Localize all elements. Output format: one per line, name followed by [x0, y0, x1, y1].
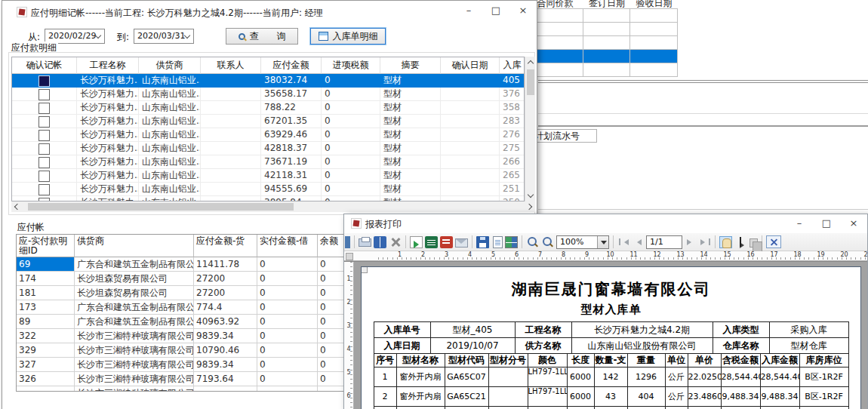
horizontal-scrollbar[interactable] [11, 201, 535, 212]
column-header[interactable]: 进项税额 [322, 57, 380, 74]
table-row[interactable]: 174长沙坦森贸易有限公司2720000 [17, 272, 384, 286]
table-row[interactable] [527, 22, 678, 35]
contract-column-header: 签订日期 [583, 0, 630, 8]
table-row[interactable]: 长沙万科魅力...山东南山铝业...73671.190型材266 [12, 155, 524, 169]
zoom-out-icon[interactable] [541, 236, 554, 248]
maximize-button[interactable]: □ [813, 214, 840, 232]
vertical-scrollbar[interactable] [525, 57, 535, 201]
table-row[interactable]: 173广东合和建筑五金制品有限公司774.400 [17, 300, 384, 315]
next-page-button[interactable] [685, 236, 697, 248]
print-icon[interactable] [359, 238, 371, 247]
scrollbar-thumb[interactable] [527, 69, 534, 95]
scrollbar-thumb[interactable] [28, 203, 294, 211]
table-row[interactable]: 长沙万科魅力...山东南山铝业...67201.350型材283 [12, 115, 524, 128]
plan-serial-field[interactable]: 计划流水号 [532, 129, 597, 143]
table-row[interactable]: 长沙万科魅力...山东南山铝业...788.220型材358 [12, 101, 524, 115]
column-header[interactable]: 摘要 [380, 57, 441, 74]
table-row[interactable]: 长沙万科魅力...山东南山铝业...63929.460型材276 [12, 128, 524, 142]
column-header[interactable]: 供货商 [139, 57, 201, 74]
page-setup-icon[interactable] [345, 236, 350, 248]
print-preview-area[interactable]: 123456 湖南巨晟门窗幕墙有限公司 型材入库单 入库单号型材_405工程名称… [344, 261, 867, 409]
cell: 山东南山铝业... [139, 196, 201, 201]
table-row-selected[interactable] [527, 49, 678, 63]
first-page-button[interactable] [617, 236, 629, 248]
scroll-down-icon[interactable] [528, 192, 534, 198]
cell: 42118.31 [261, 169, 322, 183]
column-header[interactable]: 入库 [500, 57, 525, 74]
column-header[interactable]: 应付金额 [261, 57, 322, 74]
column-header[interactable]: 应-实付款明细ID [17, 235, 75, 257]
column-header[interactable]: 联系人 [201, 57, 261, 74]
chevron-down-icon[interactable] [597, 236, 608, 248]
export-icon[interactable] [410, 236, 423, 248]
column-header[interactable]: 确认记帐 [12, 57, 77, 74]
table-row[interactable]: 长沙万科魅力...山东南山铝业...94555.690型材251 [12, 183, 524, 196]
text-select-icon[interactable] [734, 236, 747, 248]
cell: 405 [500, 74, 525, 88]
table-row[interactable]: 322长沙市三湘特种玻璃有限公司9839.3400 [17, 329, 384, 343]
table-row-selected[interactable]: 长沙万科魅力...山东南山铝业...38032.740型材405 [12, 74, 524, 88]
minimize-button[interactable]: – [786, 214, 813, 232]
settings-icon[interactable] [389, 236, 402, 248]
page-number-input[interactable]: 1/1 [646, 235, 682, 249]
table-row[interactable]: 长沙万科魅力...山东南山铝业...35658.170型材376 [12, 88, 524, 101]
book-icon[interactable] [374, 236, 386, 248]
table-row[interactable] [527, 35, 678, 49]
column-header[interactable]: 实付金额-借 [257, 235, 318, 257]
cell: 89 [17, 315, 75, 329]
scroll-right-icon[interactable] [526, 204, 532, 210]
copy-icon[interactable] [749, 238, 758, 248]
save-icon[interactable] [476, 236, 489, 248]
cell: 型材 [380, 101, 441, 115]
last-page-button[interactable] [699, 236, 711, 248]
cell [201, 128, 261, 142]
column-header[interactable]: 工程名称 [77, 57, 139, 74]
minimize-button[interactable]: – [455, 1, 482, 20]
close-button[interactable]: × [509, 1, 537, 20]
cell [17, 386, 75, 392]
mail-icon[interactable] [455, 238, 468, 248]
table-row-selected[interactable]: 69广东合和建筑五金制品有限公司11411.7800 [17, 257, 384, 272]
column-header[interactable]: 确认日期 [441, 57, 500, 74]
excel-icon[interactable] [425, 236, 438, 248]
desktop: { "colors": { "selection": "#0078d7", "a… [0, 0, 868, 409]
cell: 2 [374, 387, 397, 407]
close-button[interactable]: × [840, 214, 867, 232]
scroll-left-icon[interactable] [14, 204, 20, 210]
zoom-level-combo[interactable]: 100% [556, 235, 609, 249]
ruler-number: 4 [344, 337, 353, 361]
pdf-icon[interactable] [440, 236, 453, 248]
ruler-number: 1 [344, 267, 353, 291]
table-row[interactable]: 长沙万科魅力...山东南山铝业...3895.840型材250 [12, 196, 524, 201]
cell: 型材 [380, 115, 441, 128]
table-row[interactable]: 181长沙坦森贸易有限公司2720000 [17, 286, 384, 300]
table-row[interactable]: 327长沙市三湘特种玻璃有限公司9839.3400 [17, 358, 384, 372]
table-row[interactable] [527, 63, 678, 76]
column-header[interactable]: 供货商 [75, 235, 194, 257]
cell: 0 [322, 196, 380, 201]
inbound-detail-button[interactable]: 入库单明细 [310, 28, 386, 45]
info-cell: 供方名称 [516, 338, 572, 354]
table-row[interactable]: 329长沙市三湘特种玻璃有限公司10790.4600 [17, 343, 384, 358]
prev-page-button[interactable] [632, 236, 644, 248]
column-header[interactable]: 应付金额-货 [194, 235, 257, 257]
table-row[interactable] [527, 8, 678, 22]
ruler-number: 3 [344, 314, 353, 337]
layout-icon[interactable] [505, 236, 518, 248]
table-row[interactable]: 326长沙市三湘特种玻璃有限公司7193.6400 [17, 372, 384, 386]
query-button[interactable]: 查 询 [226, 28, 298, 45]
cell: 0 [257, 343, 318, 358]
table-row[interactable]: 长沙万科魅力...山东南山铝业...42818.370型材275 [12, 142, 524, 155]
document-icon[interactable] [493, 236, 503, 248]
table-row[interactable]: 长沙市三湘特种玻璃有限公司 [17, 386, 384, 392]
zoom-in-icon[interactable] [526, 236, 539, 248]
from-date-value: 2020/02/29 [48, 31, 96, 41]
close-preview-icon[interactable] [766, 235, 781, 248]
hand-tool-icon[interactable] [719, 236, 732, 248]
ruler-number: 6 [344, 384, 353, 407]
maximize-button[interactable]: □ [482, 1, 509, 20]
scroll-up-icon[interactable] [528, 60, 534, 66]
table-row[interactable]: 长沙万科魅力...山东南山铝业...42118.310型材265 [12, 169, 524, 183]
to-date-combo[interactable]: 2020/03/31 [134, 29, 194, 44]
table-row[interactable]: 89广东合和建筑五金制品有限公司40963.9200 [17, 315, 384, 329]
